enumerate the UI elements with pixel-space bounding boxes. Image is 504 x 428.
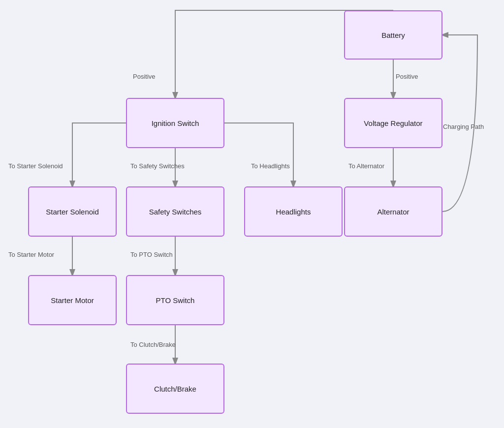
voltage-reg-node: Voltage Regulator bbox=[344, 98, 442, 148]
ignition-node: Ignition Switch bbox=[126, 98, 224, 148]
safety-switches-node: Safety Switches bbox=[126, 186, 224, 237]
label-ignition-to-headlights: To Headlights bbox=[251, 162, 290, 170]
label-ignition-to-safety: To Safety Switches bbox=[130, 162, 185, 170]
label-voltage-to-alternator: To Alternator bbox=[348, 162, 384, 170]
alternator-node: Alternator bbox=[344, 186, 442, 237]
clutch-brake-node: Clutch/Brake bbox=[126, 364, 224, 414]
pto-switch-node: PTO Switch bbox=[126, 275, 224, 325]
starter-motor-node: Starter Motor bbox=[28, 275, 117, 325]
diagram: Battery Ignition Switch Voltage Regulato… bbox=[0, 0, 504, 428]
label-battery-to-ignition: Positive bbox=[133, 73, 156, 80]
starter-solenoid-node: Starter Solenoid bbox=[28, 186, 117, 237]
label-solenoid-to-motor: To Starter Motor bbox=[8, 251, 54, 258]
label-pto-to-clutch: To Clutch/Brake bbox=[130, 341, 176, 348]
label-charging-path: Charging Path bbox=[443, 123, 484, 130]
battery-node: Battery bbox=[344, 10, 442, 60]
label-safety-to-pto: To PTO Switch bbox=[130, 251, 173, 258]
label-battery-to-voltage: Positive bbox=[396, 73, 418, 80]
label-ignition-to-solenoid: To Starter Solenoid bbox=[8, 162, 63, 170]
headlights-node: Headlights bbox=[244, 186, 343, 237]
